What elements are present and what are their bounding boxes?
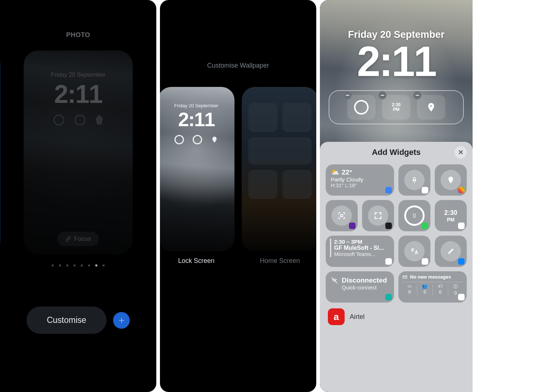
weather-hilo: H:31° L:18°	[331, 183, 389, 188]
location-pin-icon	[96, 115, 103, 125]
widget-placeholder	[248, 137, 312, 165]
widget-maps-search[interactable]	[435, 164, 467, 196]
home-app-grid	[248, 103, 312, 199]
remove-widget-button[interactable]: −	[413, 91, 421, 99]
widget-weather[interactable]: ⛅22° Partly Cloudy H:31° L:18°	[326, 164, 394, 196]
messages-app-badge	[422, 223, 428, 229]
location-pin-icon	[426, 100, 436, 115]
widget-gmail[interactable]: No new messages ▭0 👥0 🏷0 ⓘ0	[398, 271, 467, 303]
people-icon: 👥	[417, 284, 432, 289]
lock-screen-column: Friday 20 September 2:11 Lock Screen	[160, 87, 234, 265]
monitor-icon: ▭	[402, 284, 417, 289]
event-title: GF MuleSoft - Sl...	[334, 245, 390, 251]
add-lockscreen-button[interactable]: +	[113, 312, 130, 329]
home-screen-column: Home Screen	[242, 87, 316, 265]
lock-screen-card[interactable]: Friday 20 September 2:11	[160, 87, 234, 251]
focus-label: Focus	[74, 235, 91, 243]
focus-pill[interactable]: Focus	[57, 232, 99, 246]
widget-google-voice[interactable]	[398, 164, 430, 196]
event-sub: Microsoft Teams...	[334, 251, 390, 257]
widget-phonepe-scan[interactable]	[326, 200, 358, 231]
lockscreen-gallery-panel: PHOTO Friday 20 September 2:11 Focus	[0, 0, 156, 392]
widget-vpn-status[interactable]: Disconnected Quick-connect	[326, 271, 394, 303]
tag-icon: 🏷	[433, 284, 448, 289]
app-placeholder	[282, 103, 312, 132]
phonepe-app-badge	[349, 223, 356, 229]
widget-scan[interactable]	[362, 200, 394, 231]
cal-time: 2:30	[435, 209, 467, 217]
customise-title: Customise Wallpaper	[160, 62, 316, 69]
mini-date: Friday 20 September	[160, 103, 234, 108]
dot	[52, 264, 54, 267]
watch-ring-icon	[53, 115, 64, 125]
calendar-app-badge	[458, 223, 465, 229]
weather-temp: 22°	[342, 168, 352, 176]
mini-time: 2:11	[160, 108, 234, 131]
cloud-sun-icon: ⛅	[331, 168, 340, 176]
widget-icon	[193, 135, 202, 144]
dot	[81, 264, 83, 267]
home-screen-card[interactable]	[242, 87, 316, 251]
lockscreen-preview-card[interactable]: Friday 20 September 2:11 Focus	[24, 51, 133, 254]
qr-scan-icon	[332, 205, 352, 226]
home-screen-label: Home Screen	[242, 257, 316, 265]
mail-icon	[402, 275, 408, 280]
watch-ring-icon	[354, 100, 369, 115]
dot	[59, 264, 61, 267]
dot	[73, 264, 76, 267]
widget-translate[interactable]	[398, 236, 430, 267]
info-icon: ⓘ	[448, 284, 463, 290]
widget-icon	[75, 115, 85, 125]
watch-ring-icon	[174, 135, 184, 144]
google-app-badge	[422, 187, 428, 193]
close-sheet-button[interactable]: ✕	[454, 146, 467, 159]
widget-calendar-next[interactable]: − 2:30PM	[382, 95, 410, 120]
translate-icon	[404, 241, 425, 261]
link-icon	[65, 236, 71, 242]
widget-shelf[interactable]: − − 2:30PM −	[329, 90, 464, 124]
dot	[66, 264, 68, 267]
sheet-title: Add Widgets	[372, 148, 421, 157]
lock-time[interactable]: 2:11	[320, 37, 473, 86]
surfshark-app-badge	[385, 294, 392, 300]
gmail-app-badge	[458, 294, 465, 300]
mic-icon	[404, 170, 425, 190]
scan-icon	[368, 205, 388, 226]
dot-active	[95, 264, 97, 267]
google-app-badge	[422, 258, 428, 265]
airtel-label: Airtel	[350, 313, 365, 321]
mail-counts-row: ▭0 👥0 🏷0 ⓘ0	[402, 284, 463, 296]
weather-cond: Partly Cloudy	[331, 176, 389, 183]
widget-watch-battery[interactable]: −	[347, 95, 376, 120]
cal-pm: PM	[435, 217, 467, 223]
mail-header: No new messages	[410, 274, 451, 280]
event-time: 2:30 – 3PM	[334, 239, 390, 245]
add-widgets-sheet: Add Widgets ✕ ⛅22° Partly Cloudy H:31° L…	[320, 142, 473, 392]
remove-widget-button[interactable]: −	[378, 91, 386, 99]
location-pin-icon	[441, 170, 461, 190]
widget-app-row-airtel[interactable]: a Airtel	[326, 308, 467, 325]
vpn-sub: Quick-connect	[342, 284, 389, 291]
widget-calendar-time[interactable]: 2:30 PM	[435, 200, 467, 231]
preview-time: 2:11	[24, 80, 133, 109]
widget-suggestions-grid: ⛅22° Partly Cloudy H:31° L:18°	[326, 164, 467, 303]
wifi-off-icon	[331, 277, 338, 284]
previous-lockscreen-peek[interactable]	[0, 51, 1, 255]
widget-maps[interactable]: −	[417, 95, 445, 120]
widget-watch-battery-suggestion[interactable]	[398, 200, 430, 231]
customise-button[interactable]: Customise	[27, 307, 107, 334]
app-badge	[385, 223, 392, 229]
remove-widget-button[interactable]: −	[344, 91, 352, 99]
app-badge	[458, 258, 465, 265]
preview-widget-row	[24, 115, 133, 125]
next-lockscreen-peek[interactable]	[156, 51, 156, 255]
widget-notes-compose[interactable]	[435, 236, 467, 267]
lock-screen-label: Lock Screen	[160, 257, 234, 265]
calendar-mini-icon: 2:30PM	[392, 103, 401, 112]
widget-next-event[interactable]: 2:30 – 3PM GF MuleSoft - Sl... Microsoft…	[326, 236, 394, 267]
pencil-icon	[441, 241, 461, 261]
svg-point-0	[430, 105, 432, 107]
calendar-app-badge	[385, 258, 392, 265]
dot	[103, 264, 105, 267]
customise-wallpaper-panel: Customise Wallpaper Friday 20 September …	[160, 0, 316, 392]
